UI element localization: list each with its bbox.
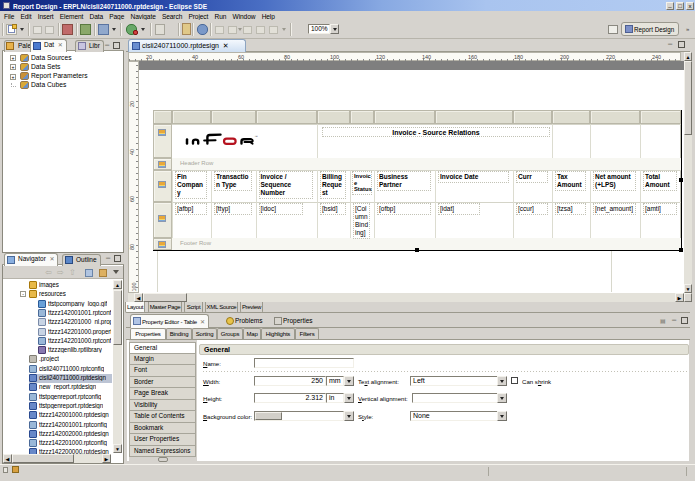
svg-text:™: ™ <box>255 135 259 139</box>
